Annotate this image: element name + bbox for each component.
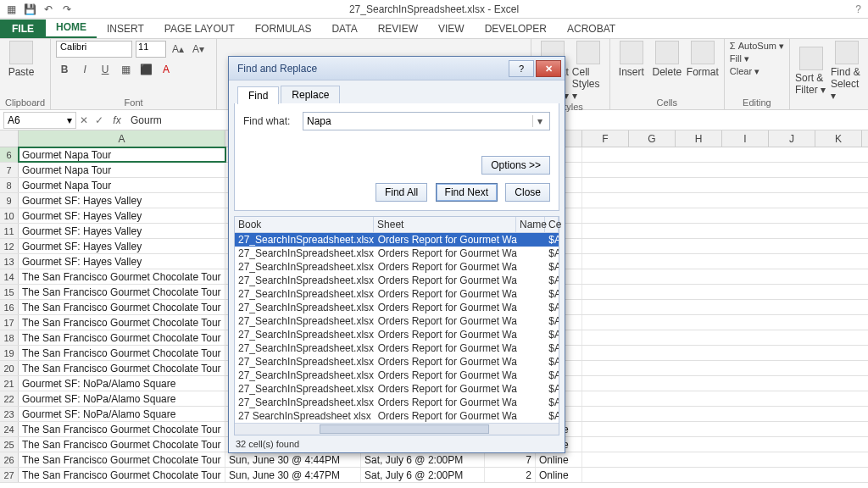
- result-row[interactable]: 27_SearchInSpreadsheet.xlsxOrders Report…: [235, 314, 559, 328]
- row-header[interactable]: 22: [0, 391, 19, 406]
- result-row[interactable]: 27_SearchInSpreadsheet.xlsxOrders Report…: [235, 301, 559, 314]
- insert-button[interactable]: Insert: [615, 41, 648, 78]
- result-row[interactable]: 27_SearchInSpreadsheet.xlsxOrders Report…: [235, 382, 559, 396]
- result-row[interactable]: 27_SearchInSpreadsheet.xlsxOrders Report…: [235, 328, 559, 341]
- column-header-K[interactable]: K: [815, 130, 862, 147]
- column-header-I[interactable]: I: [722, 130, 769, 147]
- result-row[interactable]: 27_SearchInSpreadsheet.xlsxOrders Report…: [235, 247, 559, 260]
- autosum-button[interactable]: Σ AutoSum ▾: [730, 41, 784, 52]
- delete-button[interactable]: Delete: [651, 41, 683, 78]
- cell[interactable]: 7: [485, 452, 536, 467]
- font-name-select[interactable]: Calibri: [56, 41, 132, 58]
- column-header-F[interactable]: F: [582, 130, 629, 147]
- cell[interactable]: The San Francisco Gourmet Chocolate Tour: [19, 422, 225, 436]
- ribbon-tab-formulas[interactable]: FORMULAS: [245, 19, 322, 38]
- ribbon-tab-file[interactable]: FILE: [0, 19, 46, 38]
- cell[interactable]: Gourmet Napa Tour: [19, 178, 225, 192]
- cell[interactable]: Online: [536, 452, 582, 467]
- cell[interactable]: Sun, June 30 @ 4:44PM: [225, 452, 361, 467]
- column-header-G[interactable]: G: [629, 130, 676, 147]
- cell[interactable]: Sat, July 6 @ 2:00PM: [361, 468, 485, 482]
- result-row[interactable]: 27_SearchInSpreadsheet.xlsxOrders Report…: [235, 274, 559, 287]
- row-header[interactable]: 16: [0, 300, 19, 314]
- cell[interactable]: Gourmet SF: NoPa/Alamo Square: [19, 407, 225, 421]
- ribbon-tab-developer[interactable]: DEVELOPER: [475, 19, 557, 38]
- column-header-J[interactable]: J: [769, 130, 815, 147]
- dialog-tab-replace[interactable]: Replace: [281, 86, 340, 103]
- bold-button[interactable]: B: [56, 61, 73, 78]
- scrollbar-thumb[interactable]: [320, 424, 489, 434]
- cell[interactable]: The San Francisco Gourmet Chocolate Tour: [19, 437, 225, 452]
- options-button[interactable]: Options >>: [481, 156, 550, 175]
- decrease-font-icon[interactable]: A▾: [190, 41, 207, 58]
- cell[interactable]: The San Francisco Gourmet Chocolate Tour: [19, 269, 225, 284]
- row-header[interactable]: 9: [0, 193, 19, 208]
- save-icon[interactable]: 💾: [22, 2, 37, 17]
- row-header[interactable]: 24: [0, 422, 19, 436]
- cell[interactable]: Gourmet Napa Tour: [19, 163, 225, 177]
- find-dropdown-icon[interactable]: ▾: [532, 115, 546, 127]
- cell[interactable]: The San Francisco Gourmet Chocolate Tour: [19, 361, 225, 375]
- cell[interactable]: Gourmet Napa Tour: [19, 147, 225, 162]
- font-color-button[interactable]: A: [158, 61, 175, 78]
- results-hscrollbar[interactable]: [235, 423, 559, 435]
- row-header[interactable]: 14: [0, 269, 19, 284]
- ribbon-tab-page-layout[interactable]: PAGE LAYOUT: [154, 19, 245, 38]
- dialog-help-icon[interactable]: ?: [509, 60, 534, 77]
- dialog-close-icon[interactable]: ✕: [536, 60, 561, 77]
- ribbon-tab-view[interactable]: VIEW: [428, 19, 475, 38]
- fx-icon[interactable]: fx: [107, 114, 127, 126]
- results-col-book[interactable]: Book: [235, 217, 374, 232]
- row-header[interactable]: 25: [0, 437, 19, 452]
- cell-styles-button[interactable]: Cell Styles ▾: [572, 41, 604, 102]
- fill-button[interactable]: Fill ▾: [730, 53, 749, 64]
- column-header-A[interactable]: A: [19, 130, 225, 147]
- cell[interactable]: 2: [485, 468, 536, 482]
- cell[interactable]: The San Francisco Gourmet Chocolate Tour: [19, 468, 225, 482]
- name-box[interactable]: A6▾: [3, 112, 76, 129]
- redo-icon[interactable]: ↷: [59, 2, 75, 17]
- result-row[interactable]: 27 SearchInSpreadsheet xlsxOrders Report…: [235, 409, 559, 423]
- ribbon-tab-data[interactable]: DATA: [321, 19, 367, 38]
- column-header-H[interactable]: H: [676, 130, 722, 147]
- cell[interactable]: Gourmet SF: NoPa/Alamo Square: [19, 376, 225, 391]
- dialog-tab-find[interactable]: Find: [237, 86, 279, 104]
- row-header[interactable]: 8: [0, 178, 19, 192]
- namebox-dropdown-icon[interactable]: ▾: [67, 114, 72, 126]
- row-header[interactable]: 11: [0, 224, 19, 238]
- ribbon-tab-insert[interactable]: INSERT: [97, 19, 154, 38]
- row-header[interactable]: 23: [0, 407, 19, 421]
- find-next-button[interactable]: Find Next: [436, 183, 498, 202]
- ribbon-tab-home[interactable]: HOME: [46, 18, 97, 38]
- row-header[interactable]: 7: [0, 163, 19, 177]
- border-button[interactable]: ▦: [117, 61, 134, 78]
- ribbon-tab-acrobat[interactable]: ACROBAT: [557, 19, 626, 38]
- enter-formula-icon[interactable]: ✓: [92, 114, 107, 126]
- result-row[interactable]: 27_SearchInSpreadsheet.xlsxOrders Report…: [235, 287, 559, 301]
- result-row[interactable]: 27_SearchInSpreadsheet.xlsxOrders Report…: [235, 260, 559, 274]
- cell[interactable]: Online: [536, 468, 582, 482]
- paste-button[interactable]: Paste: [5, 41, 37, 78]
- row-header[interactable]: 6: [0, 147, 19, 162]
- ribbon-tab-review[interactable]: REVIEW: [368, 19, 428, 38]
- cell[interactable]: Gourmet SF: NoPa/Alamo Square: [19, 391, 225, 406]
- cell[interactable]: Gourmet SF: Hayes Valley: [19, 239, 225, 253]
- cell[interactable]: The San Francisco Gourmet Chocolate Tour: [19, 300, 225, 314]
- cell[interactable]: The San Francisco Gourmet Chocolate Tour: [19, 285, 225, 299]
- fill-color-button[interactable]: ⬛: [137, 61, 154, 78]
- select-all-corner[interactable]: [0, 130, 19, 147]
- result-row[interactable]: 27_SearchInSpreadsheet.xlsxOrders Report…: [235, 396, 559, 409]
- increase-font-icon[interactable]: A▴: [170, 41, 186, 58]
- row-header[interactable]: 18: [0, 330, 19, 345]
- undo-icon[interactable]: ↶: [41, 2, 56, 17]
- cell[interactable]: Gourmet SF: Hayes Valley: [19, 254, 225, 269]
- cell[interactable]: The San Francisco Gourmet Chocolate Tour: [19, 330, 225, 345]
- results-col-sheet[interactable]: Sheet: [374, 217, 516, 232]
- results-col-cell[interactable]: Ce: [545, 217, 559, 232]
- row-header[interactable]: 20: [0, 361, 19, 375]
- cancel-formula-icon[interactable]: ✕: [76, 114, 92, 126]
- cell[interactable]: The San Francisco Gourmet Chocolate Tour: [19, 452, 225, 467]
- cell[interactable]: Gourmet SF: Hayes Valley: [19, 224, 225, 238]
- dialog-titlebar[interactable]: Find and Replace ? ✕: [229, 57, 565, 80]
- sort-filter-button[interactable]: Sort & Filter ▾: [795, 47, 827, 96]
